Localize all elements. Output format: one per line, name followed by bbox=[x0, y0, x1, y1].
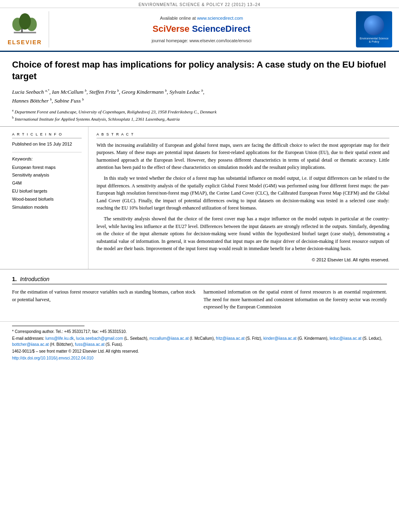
intro-section: 1. Introduction For the estimation of va… bbox=[0, 269, 399, 317]
doi-line: http://dx.doi.org/10.1016/j.envsci.2012.… bbox=[12, 355, 387, 361]
pub-date: Published on line 15 July 2012 bbox=[12, 142, 82, 146]
env-logo-text: Environmental Science & Policy bbox=[358, 37, 390, 44]
email-fuss[interactable]: fuss@iiasa.ac.at bbox=[75, 342, 105, 347]
abstract-para-3: The sensitivity analysis showed that the… bbox=[97, 215, 389, 253]
journal-citation: Environmental Science & Policy 22 (2012)… bbox=[138, 2, 260, 7]
email-leduc[interactable]: leduc@iiasa.ac.at bbox=[329, 336, 361, 341]
email-addresses: E-mail addresses: lums@life.ku.dk, lucia… bbox=[12, 335, 387, 347]
section-title: Introduction bbox=[20, 276, 49, 282]
intro-col-right: harmonised information on the spatial ex… bbox=[204, 288, 387, 311]
header-section: ELSEVIER Available online at www.science… bbox=[0, 8, 399, 52]
svg-rect-0 bbox=[14, 32, 36, 33]
available-online-text: Available online at www.sciencedirect.co… bbox=[160, 16, 243, 21]
email-fritz[interactable]: fritz@iiasa.ac.at bbox=[216, 336, 245, 341]
elsevier-tree-icon bbox=[9, 13, 41, 37]
email-bottcher[interactable]: bottcher@iiasa.ac.at bbox=[12, 342, 49, 347]
authors: Lucia Seebach a,*, Ian McCallum b, Steff… bbox=[12, 88, 387, 105]
rights-line: 1462-9011/$ – see front matter © 2012 El… bbox=[12, 348, 387, 354]
abstract-col: A B S T R A C T With the increasing avai… bbox=[88, 127, 399, 269]
keyword-item: Sensitivity analysis bbox=[12, 171, 82, 179]
affiliation-a: a Department Forest and Landscape, Unive… bbox=[12, 108, 387, 115]
affiliation-b: b International Institute for Applied Sy… bbox=[12, 115, 387, 122]
article-info-col: A R T I C L E I N F O Published on line … bbox=[0, 127, 88, 269]
paper-title: Choice of forest map has implications fo… bbox=[12, 59, 387, 82]
abstract-label: A B S T R A C T bbox=[97, 132, 389, 138]
intro-col-left: For the estimation of various forest res… bbox=[12, 288, 195, 311]
keywords-list: European forest maps Sensitivity analysi… bbox=[12, 164, 82, 212]
journal-homepage: journal homepage: www.elsevier.com/locat… bbox=[152, 38, 251, 43]
doi-link[interactable]: http://dx.doi.org/10.1016/j.envsci.2012.… bbox=[12, 356, 93, 360]
footnotes-section: * Corresponding author. Tel.: +45 353317… bbox=[0, 321, 399, 364]
elsevier-logo: ELSEVIER bbox=[5, 11, 49, 47]
article-body: A R T I C L E I N F O Published on line … bbox=[0, 127, 399, 269]
svg-point-5 bbox=[23, 14, 27, 18]
abstract-para-2: In this study we tested whether the choi… bbox=[97, 175, 389, 212]
journal-top-bar: Environmental Science & Policy 22 (2012)… bbox=[0, 0, 399, 8]
title-section: Choice of forest map has implications fo… bbox=[0, 52, 399, 127]
keywords-label: Keywords: bbox=[12, 156, 82, 161]
elsevier-wordmark: ELSEVIER bbox=[8, 39, 42, 45]
email-lucia[interactable]: lucia.seebach@gmail.com bbox=[76, 336, 123, 341]
footnote-divider bbox=[12, 326, 84, 326]
copyright-line: © 2012 Elsevier Ltd. All rights reserved… bbox=[97, 257, 389, 263]
abstract-para-1: With the increasing availability of Euro… bbox=[97, 142, 389, 171]
email-kinder[interactable]: kinder@iiasa.ac.at bbox=[263, 336, 296, 341]
abstract-text: With the increasing availability of Euro… bbox=[97, 142, 389, 263]
keyword-item: G4M bbox=[12, 179, 82, 187]
keyword-item: Wood-based biofuels bbox=[12, 195, 82, 203]
sciverse-logo: SciVerse ScienceDirect bbox=[152, 24, 250, 34]
header-center: Available online at www.sciencedirect.co… bbox=[53, 11, 350, 47]
section-number: 1. bbox=[12, 276, 17, 282]
intro-columns: For the estimation of various forest res… bbox=[12, 288, 387, 311]
keyword-item: Simulation models bbox=[12, 203, 82, 212]
corresponding-author: * Corresponding author. Tel.: +45 353317… bbox=[12, 329, 387, 335]
article-info-label: A R T I C L E I N F O bbox=[12, 132, 82, 138]
email-mccallum[interactable]: mccallum@iiasa.ac.at bbox=[150, 336, 189, 341]
keyword-item: EU biofuel targets bbox=[12, 187, 82, 195]
affiliations: a Department Forest and Landscape, Unive… bbox=[12, 108, 387, 122]
env-science-logo: Environmental Science & Policy bbox=[354, 11, 394, 47]
env-globe-icon bbox=[364, 15, 384, 35]
intro-col-left-text: For the estimation of various forest res… bbox=[12, 288, 195, 303]
intro-col-right-text: harmonised information on the spatial ex… bbox=[204, 288, 387, 311]
keyword-item: European forest maps bbox=[12, 164, 82, 172]
section-1-header: 1. Introduction bbox=[12, 276, 387, 284]
email-lums[interactable]: lums@life.ku.dk bbox=[45, 336, 74, 341]
sciverse-url-link[interactable]: www.sciencedirect.com bbox=[197, 16, 243, 21]
